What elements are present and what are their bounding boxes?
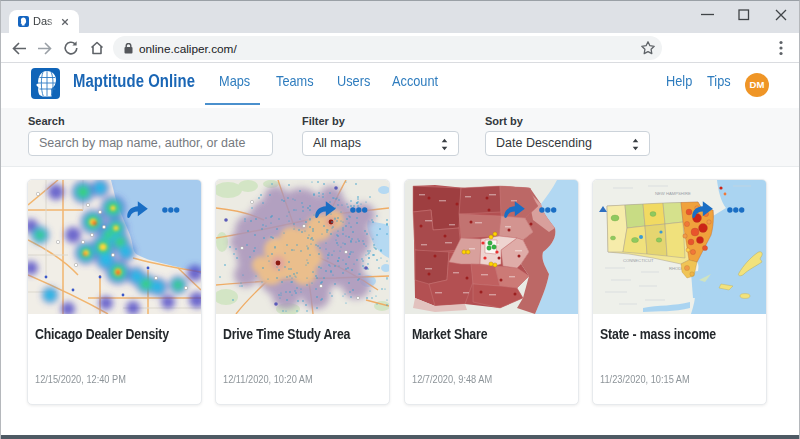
svg-text:NEW HAMPSHIRE: NEW HAMPSHIRE	[655, 191, 691, 196]
svg-text:CONNECTICUT: CONNECTICUT	[623, 258, 654, 263]
